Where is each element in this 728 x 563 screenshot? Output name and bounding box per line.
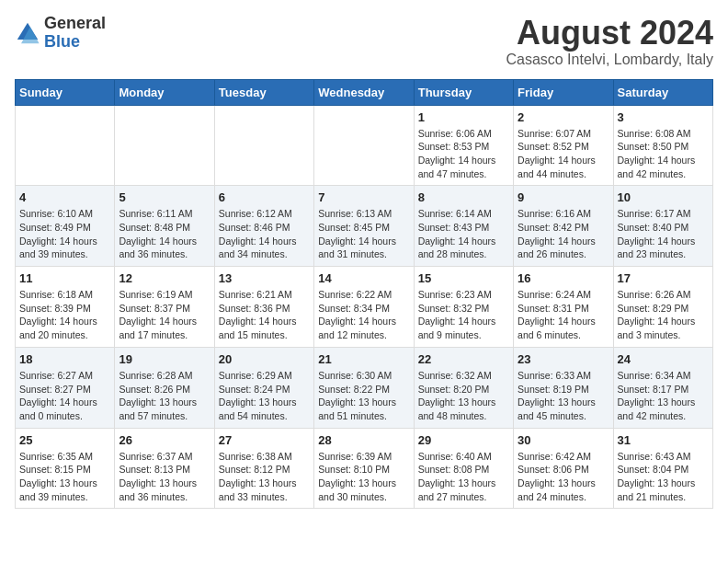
- header-day-saturday: Saturday: [613, 79, 712, 105]
- day-info: Sunrise: 6:19 AM Sunset: 8:37 PM Dayligh…: [119, 288, 210, 342]
- calendar-cell: 27Sunrise: 6:38 AM Sunset: 8:12 PM Dayli…: [214, 428, 313, 509]
- calendar-cell: 13Sunrise: 6:21 AM Sunset: 8:36 PM Dayli…: [214, 267, 313, 348]
- day-info: Sunrise: 6:12 AM Sunset: 8:46 PM Dayligh…: [219, 207, 310, 261]
- header-day-wednesday: Wednesday: [314, 79, 414, 105]
- calendar-cell: 30Sunrise: 6:42 AM Sunset: 8:06 PM Dayli…: [514, 428, 613, 509]
- day-number: 23: [518, 352, 609, 366]
- calendar-week-row: 4Sunrise: 6:10 AM Sunset: 8:49 PM Daylig…: [16, 186, 713, 267]
- day-number: 25: [19, 433, 110, 447]
- day-info: Sunrise: 6:17 AM Sunset: 8:40 PM Dayligh…: [618, 207, 709, 261]
- day-info: Sunrise: 6:29 AM Sunset: 8:24 PM Dayligh…: [219, 369, 310, 423]
- calendar-cell: 18Sunrise: 6:27 AM Sunset: 8:27 PM Dayli…: [16, 347, 115, 428]
- day-info: Sunrise: 6:35 AM Sunset: 8:15 PM Dayligh…: [19, 450, 110, 504]
- day-number: 17: [618, 271, 709, 285]
- logo: General Blue: [15, 15, 106, 52]
- day-info: Sunrise: 6:08 AM Sunset: 8:50 PM Dayligh…: [618, 127, 709, 181]
- day-number: 21: [318, 352, 409, 366]
- day-number: 16: [518, 271, 609, 285]
- day-number: 30: [518, 433, 609, 447]
- header-day-sunday: Sunday: [16, 79, 115, 105]
- day-number: 4: [19, 190, 110, 204]
- page-header: General Blue August 2024 Casasco Intelvi…: [15, 15, 713, 68]
- day-info: Sunrise: 6:30 AM Sunset: 8:22 PM Dayligh…: [318, 369, 409, 423]
- header-day-monday: Monday: [115, 79, 214, 105]
- header-day-friday: Friday: [514, 79, 613, 105]
- day-number: 24: [618, 352, 709, 366]
- day-number: 2: [518, 110, 609, 124]
- calendar-cell: 15Sunrise: 6:23 AM Sunset: 8:32 PM Dayli…: [414, 267, 513, 348]
- calendar-cell: 20Sunrise: 6:29 AM Sunset: 8:24 PM Dayli…: [214, 347, 313, 428]
- calendar-cell: 5Sunrise: 6:11 AM Sunset: 8:48 PM Daylig…: [115, 186, 214, 267]
- day-number: 31: [618, 433, 709, 447]
- calendar-cell: 14Sunrise: 6:22 AM Sunset: 8:34 PM Dayli…: [314, 267, 414, 348]
- calendar-cell: [16, 105, 115, 186]
- day-number: 9: [518, 190, 609, 204]
- day-number: 3: [618, 110, 709, 124]
- day-number: 8: [418, 190, 509, 204]
- calendar-cell: 12Sunrise: 6:19 AM Sunset: 8:37 PM Dayli…: [115, 267, 214, 348]
- day-number: 19: [119, 352, 210, 366]
- logo-text: General Blue: [44, 15, 106, 52]
- day-number: 13: [219, 271, 310, 285]
- day-number: 7: [318, 190, 409, 204]
- day-number: 28: [318, 433, 409, 447]
- day-info: Sunrise: 6:07 AM Sunset: 8:52 PM Dayligh…: [518, 127, 609, 181]
- calendar-cell: 31Sunrise: 6:43 AM Sunset: 8:04 PM Dayli…: [613, 428, 712, 509]
- day-info: Sunrise: 6:23 AM Sunset: 8:32 PM Dayligh…: [418, 288, 509, 342]
- day-number: 6: [219, 190, 310, 204]
- calendar-week-row: 25Sunrise: 6:35 AM Sunset: 8:15 PM Dayli…: [16, 428, 713, 509]
- calendar-header: SundayMondayTuesdayWednesdayThursdayFrid…: [16, 79, 713, 105]
- calendar-cell: 26Sunrise: 6:37 AM Sunset: 8:13 PM Dayli…: [115, 428, 214, 509]
- month-title: August 2024: [506, 15, 713, 52]
- calendar-week-row: 11Sunrise: 6:18 AM Sunset: 8:39 PM Dayli…: [16, 267, 713, 348]
- day-number: 18: [19, 352, 110, 366]
- calendar-cell: 8Sunrise: 6:14 AM Sunset: 8:43 PM Daylig…: [414, 186, 513, 267]
- calendar-cell: 19Sunrise: 6:28 AM Sunset: 8:26 PM Dayli…: [115, 347, 214, 428]
- header-day-tuesday: Tuesday: [214, 79, 313, 105]
- calendar-cell: 24Sunrise: 6:34 AM Sunset: 8:17 PM Dayli…: [613, 347, 712, 428]
- day-info: Sunrise: 6:22 AM Sunset: 8:34 PM Dayligh…: [318, 288, 409, 342]
- calendar-cell: 21Sunrise: 6:30 AM Sunset: 8:22 PM Dayli…: [314, 347, 414, 428]
- day-info: Sunrise: 6:06 AM Sunset: 8:53 PM Dayligh…: [418, 127, 509, 181]
- calendar-cell: 6Sunrise: 6:12 AM Sunset: 8:46 PM Daylig…: [214, 186, 313, 267]
- day-info: Sunrise: 6:33 AM Sunset: 8:19 PM Dayligh…: [518, 369, 609, 423]
- logo-icon: [15, 20, 40, 46]
- day-info: Sunrise: 6:26 AM Sunset: 8:29 PM Dayligh…: [618, 288, 709, 342]
- day-info: Sunrise: 6:42 AM Sunset: 8:06 PM Dayligh…: [518, 450, 609, 504]
- calendar-cell: 17Sunrise: 6:26 AM Sunset: 8:29 PM Dayli…: [613, 267, 712, 348]
- calendar-cell: 4Sunrise: 6:10 AM Sunset: 8:49 PM Daylig…: [16, 186, 115, 267]
- calendar-cell: 11Sunrise: 6:18 AM Sunset: 8:39 PM Dayli…: [16, 267, 115, 348]
- day-number: 15: [418, 271, 509, 285]
- calendar-table: SundayMondayTuesdayWednesdayThursdayFrid…: [15, 79, 713, 510]
- calendar-week-row: 1Sunrise: 6:06 AM Sunset: 8:53 PM Daylig…: [16, 105, 713, 186]
- header-day-thursday: Thursday: [414, 79, 513, 105]
- title-block: August 2024 Casasco Intelvi, Lombardy, I…: [506, 15, 713, 68]
- day-info: Sunrise: 6:39 AM Sunset: 8:10 PM Dayligh…: [318, 450, 409, 504]
- day-info: Sunrise: 6:11 AM Sunset: 8:48 PM Dayligh…: [119, 207, 210, 261]
- day-number: 1: [418, 110, 509, 124]
- logo-general: General: [44, 14, 106, 32]
- day-info: Sunrise: 6:10 AM Sunset: 8:49 PM Dayligh…: [19, 207, 110, 261]
- header-row: SundayMondayTuesdayWednesdayThursdayFrid…: [16, 79, 713, 105]
- day-number: 10: [618, 190, 709, 204]
- day-info: Sunrise: 6:32 AM Sunset: 8:20 PM Dayligh…: [418, 369, 509, 423]
- calendar-cell: 3Sunrise: 6:08 AM Sunset: 8:50 PM Daylig…: [613, 105, 712, 186]
- day-info: Sunrise: 6:40 AM Sunset: 8:08 PM Dayligh…: [418, 450, 509, 504]
- calendar-cell: 9Sunrise: 6:16 AM Sunset: 8:42 PM Daylig…: [514, 186, 613, 267]
- day-number: 20: [219, 352, 310, 366]
- calendar-cell: 23Sunrise: 6:33 AM Sunset: 8:19 PM Dayli…: [514, 347, 613, 428]
- day-info: Sunrise: 6:37 AM Sunset: 8:13 PM Dayligh…: [119, 450, 210, 504]
- calendar-cell: 25Sunrise: 6:35 AM Sunset: 8:15 PM Dayli…: [16, 428, 115, 509]
- day-number: 14: [318, 271, 409, 285]
- calendar-cell: [214, 105, 313, 186]
- calendar-cell: 2Sunrise: 6:07 AM Sunset: 8:52 PM Daylig…: [514, 105, 613, 186]
- day-info: Sunrise: 6:16 AM Sunset: 8:42 PM Dayligh…: [518, 207, 609, 261]
- day-number: 29: [418, 433, 509, 447]
- calendar-cell: 22Sunrise: 6:32 AM Sunset: 8:20 PM Dayli…: [414, 347, 513, 428]
- calendar-cell: [115, 105, 214, 186]
- location: Casasco Intelvi, Lombardy, Italy: [506, 52, 713, 68]
- day-number: 26: [119, 433, 210, 447]
- calendar-cell: [314, 105, 414, 186]
- calendar-cell: 29Sunrise: 6:40 AM Sunset: 8:08 PM Dayli…: [414, 428, 513, 509]
- day-number: 5: [119, 190, 210, 204]
